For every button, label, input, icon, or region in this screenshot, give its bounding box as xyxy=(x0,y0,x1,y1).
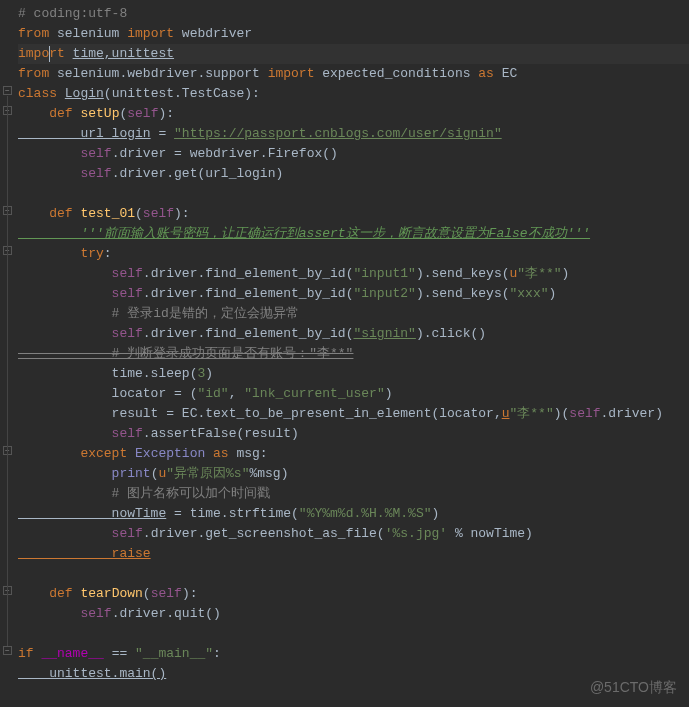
code-line-active[interactable]: import time,unittest xyxy=(18,44,689,64)
code-line[interactable]: unittest.main() xyxy=(18,664,689,684)
code-line[interactable]: self.driver = webdriver.Firefox() xyxy=(18,144,689,164)
code-line[interactable]: print(u"异常原因%s"%msg) xyxy=(18,464,689,484)
code-line[interactable]: # coding:utf-8 xyxy=(18,4,689,24)
code-line[interactable]: class Login(unittest.TestCase): xyxy=(18,84,689,104)
code-line[interactable]: if __name__ == "__main__": xyxy=(18,644,689,664)
code-line[interactable]: self.driver.get_screenshot_as_file('%s.j… xyxy=(18,524,689,544)
code-line[interactable]: self.driver.find_element_by_id("input2")… xyxy=(18,284,689,304)
code-line[interactable]: self.driver.find_element_by_id("signin")… xyxy=(18,324,689,344)
fold-toggle-icon[interactable]: − xyxy=(3,86,12,95)
code-line[interactable]: # 登录id是错的，定位会抛异常 xyxy=(18,304,689,324)
code-line[interactable]: self.driver.quit() xyxy=(18,604,689,624)
code-line[interactable]: locator = ("id", "lnk_current_user") xyxy=(18,384,689,404)
code-line[interactable]: nowTime = time.strftime("%Y%m%d.%H.%M.%S… xyxy=(18,504,689,524)
code-line-blank[interactable] xyxy=(18,184,689,204)
code-line[interactable]: # 判断登录成功页面是否有账号："李**" xyxy=(18,344,689,364)
fold-toggle-icon[interactable]: − xyxy=(3,646,12,655)
code-line[interactable]: from selenium import webdriver xyxy=(18,24,689,44)
code-line[interactable]: try: xyxy=(18,244,689,264)
code-line[interactable]: '''前面输入账号密码，让正确运行到assert这一步，断言故意设置为False… xyxy=(18,224,689,244)
code-line[interactable]: raise xyxy=(18,544,689,564)
watermark-label: @51CTO博客 xyxy=(590,677,677,697)
code-line[interactable]: url_login = "https://passport.cnblogs.co… xyxy=(18,124,689,144)
code-line[interactable]: # 图片名称可以加个时间戳 xyxy=(18,484,689,504)
code-line[interactable]: def tearDown(self): xyxy=(18,584,689,604)
text-caret xyxy=(49,46,50,62)
code-line[interactable]: self.assertFalse(result) xyxy=(18,424,689,444)
code-line[interactable]: def test_01(self): xyxy=(18,204,689,224)
code-line[interactable]: except Exception as msg: xyxy=(18,444,689,464)
code-line[interactable]: def setUp(self): xyxy=(18,104,689,124)
code-line[interactable]: time.sleep(3) xyxy=(18,364,689,384)
gutter: −−−−−−− xyxy=(0,0,14,688)
code-line[interactable]: self.driver.find_element_by_id("input1")… xyxy=(18,264,689,284)
code-line[interactable]: result = EC.text_to_be_present_in_elemen… xyxy=(18,404,689,424)
code-line-blank[interactable] xyxy=(18,564,689,584)
code-editor[interactable]: −−−−−−− # coding:utf-8 from selenium imp… xyxy=(0,0,689,688)
code-line[interactable]: self.driver.get(url_login) xyxy=(18,164,689,184)
code-line[interactable]: from selenium.webdriver.support import e… xyxy=(18,64,689,84)
code-line-blank[interactable] xyxy=(18,624,689,644)
fold-guide-line xyxy=(7,96,8,646)
